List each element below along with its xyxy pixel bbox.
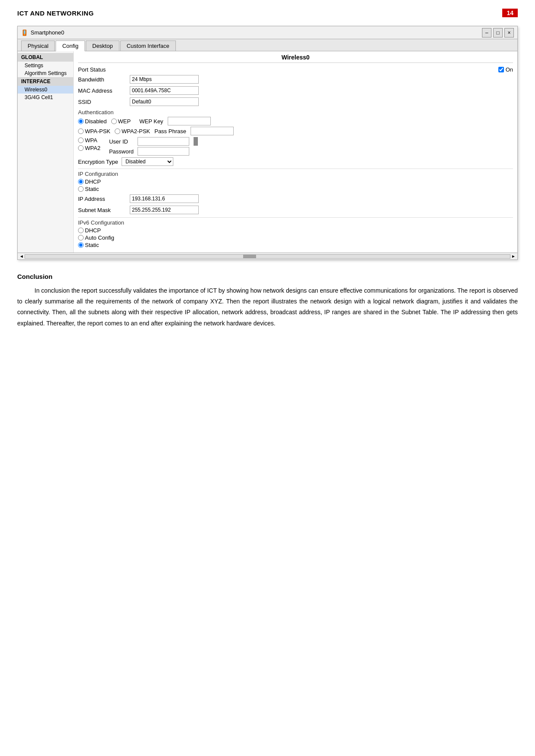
smartphone-icon — [21, 29, 28, 36]
user-id-row: User ID — [109, 137, 198, 146]
sidebar-header-interface: INTERFACE — [18, 77, 73, 86]
encryption-type-label: Encryption Type — [78, 159, 118, 165]
auth-wpa-label[interactable]: WPA — [78, 137, 100, 144]
port-status-row: Port Status On — [78, 66, 513, 73]
password-input[interactable] — [138, 147, 189, 156]
auth-wpa2-text: WPA2 — [85, 145, 100, 151]
ip-config-section: IP Configuration DHCP Static IP Address — [78, 169, 513, 215]
auth-wpa-psk-label[interactable]: WPA-PSK — [78, 128, 110, 134]
dialog-title: Smartphone0 — [31, 29, 64, 36]
ipv6-auto-config-radio[interactable] — [78, 235, 84, 241]
ipv6-options: DHCP Auto Config Static — [78, 227, 513, 248]
ipv6-static-text: Static — [85, 242, 99, 248]
wpa-fields: User ID Password — [109, 137, 198, 156]
horizontal-scrollbar-area: ◄ ► — [18, 253, 517, 259]
close-button[interactable]: × — [504, 28, 514, 37]
auth-wpa2-psk-label[interactable]: WPA2-PSK — [115, 128, 150, 134]
ipv6-dhcp-radio[interactable] — [78, 228, 84, 233]
ssid-input[interactable] — [130, 97, 199, 106]
sidebar-item-wireless0[interactable]: Wireless0 — [18, 86, 73, 94]
dhcp-label[interactable]: DHCP — [78, 178, 513, 185]
ip-address-input[interactable] — [130, 194, 199, 203]
auth-wep-label[interactable]: WEP — [111, 118, 131, 125]
port-status-label: Port Status — [78, 66, 130, 73]
auth-wpa-radio[interactable] — [78, 137, 84, 143]
scroll-right-arrow[interactable]: ► — [510, 254, 516, 259]
mac-address-input[interactable] — [130, 86, 199, 95]
password-label: Password — [109, 148, 135, 155]
subnet-mask-row: Subnet Mask — [78, 205, 513, 215]
tab-physical[interactable]: Physical — [21, 41, 55, 51]
user-id-input[interactable] — [138, 137, 189, 146]
auth-wpa-text: WPA — [85, 137, 97, 144]
port-status-on-label: On — [506, 66, 513, 73]
ip-address-label: IP Address — [78, 196, 130, 202]
sidebar-item-algorithm-settings[interactable]: Algorithm Settings — [18, 69, 73, 77]
bandwidth-row: Bandwidth — [78, 75, 513, 84]
conclusion-section: Conclusion In conclusion the report succ… — [17, 273, 518, 329]
encryption-row: Encryption Type Disabled — [78, 157, 513, 166]
auth-wpa2-radio[interactable] — [78, 145, 84, 151]
ip-config-label: IP Configuration — [78, 171, 513, 177]
wpa-row: WPA WPA2 User ID Password — [78, 137, 513, 156]
dhcp-text: DHCP — [85, 178, 101, 185]
user-id-label: User ID — [109, 138, 135, 145]
content-title: Wireless0 — [78, 54, 513, 63]
port-status-checkbox[interactable] — [498, 67, 504, 72]
tab-config[interactable]: Config — [56, 41, 85, 51]
ip-address-row: IP Address — [78, 194, 513, 203]
user-id-scrollbar — [194, 137, 198, 146]
ipv6-config-label: IPv6 Configuration — [78, 219, 513, 226]
wep-key-label: WEP Key — [139, 118, 163, 125]
scrollbar-thumb — [243, 255, 256, 258]
mac-address-row: MAC Address — [78, 86, 513, 95]
ipv6-dhcp-text: DHCP — [85, 227, 101, 234]
dialog-titlebar: Smartphone0 – □ × — [18, 26, 517, 39]
bandwidth-input[interactable] — [130, 75, 199, 84]
auth-wpa2-label[interactable]: WPA2 — [78, 145, 100, 151]
ipv6-dhcp-label[interactable]: DHCP — [78, 227, 513, 234]
ssid-label: SSID — [78, 99, 130, 105]
horizontal-scrollbar[interactable] — [25, 254, 510, 259]
auth-disabled-label[interactable]: Disabled — [78, 118, 107, 125]
dhcp-radio[interactable] — [78, 179, 84, 184]
page-title: ICT AND NETWORKING — [17, 9, 94, 17]
tab-custom-interface[interactable]: Custom Interface — [120, 41, 176, 51]
auth-disabled-radio[interactable] — [78, 119, 84, 124]
wpa-options: WPA WPA2 — [78, 137, 100, 151]
titlebar-left: Smartphone0 — [21, 29, 64, 36]
sidebar-header-global: GLOBAL — [18, 53, 73, 62]
encryption-type-select[interactable]: Disabled — [122, 157, 173, 166]
bandwidth-label: Bandwidth — [78, 76, 130, 83]
ipv6-static-label[interactable]: Static — [78, 242, 513, 248]
ipv6-auto-config-label[interactable]: Auto Config — [78, 234, 513, 241]
auth-wep-radio[interactable] — [111, 119, 117, 124]
dialog-body: GLOBAL Settings Algorithm Settings INTER… — [18, 51, 517, 253]
subnet-mask-input[interactable] — [130, 206, 199, 214]
dialog-window: Smartphone0 – □ × Physical Config Deskto… — [17, 26, 518, 260]
minimize-button[interactable]: – — [482, 28, 491, 37]
auth-radio-row2: WPA-PSK WPA2-PSK Pass Phrase — [78, 127, 513, 135]
pass-phrase-text: Pass Phrase — [154, 128, 186, 134]
tab-desktop[interactable]: Desktop — [86, 41, 119, 51]
pass-phrase-input[interactable] — [191, 127, 234, 135]
titlebar-buttons: – □ × — [482, 28, 514, 37]
sidebar-item-3g4g-cell1[interactable]: 3G/4G Cell1 — [18, 94, 73, 101]
static-radio[interactable] — [78, 186, 84, 192]
auth-disabled-text: Disabled — [85, 118, 107, 125]
ipv6-static-radio[interactable] — [78, 242, 84, 248]
static-text: Static — [85, 186, 99, 192]
auth-wpa-psk-radio[interactable] — [78, 128, 84, 134]
static-label[interactable]: Static — [78, 186, 513, 192]
sidebar-item-settings[interactable]: Settings — [18, 62, 73, 69]
page-header: ICT AND NETWORKING 14 — [17, 9, 518, 17]
conclusion-text: In conclusion the report successfully va… — [17, 285, 518, 329]
sidebar: GLOBAL Settings Algorithm Settings INTER… — [18, 51, 74, 253]
auth-wpa-psk-text: WPA-PSK — [85, 128, 110, 134]
page-number: 14 — [502, 9, 518, 17]
port-status-checkbox-label[interactable]: On — [498, 66, 513, 73]
maximize-button[interactable]: □ — [493, 28, 503, 37]
wep-key-input[interactable] — [168, 117, 211, 125]
auth-wpa2-psk-radio[interactable] — [115, 128, 120, 134]
scroll-left-arrow[interactable]: ◄ — [19, 254, 25, 259]
